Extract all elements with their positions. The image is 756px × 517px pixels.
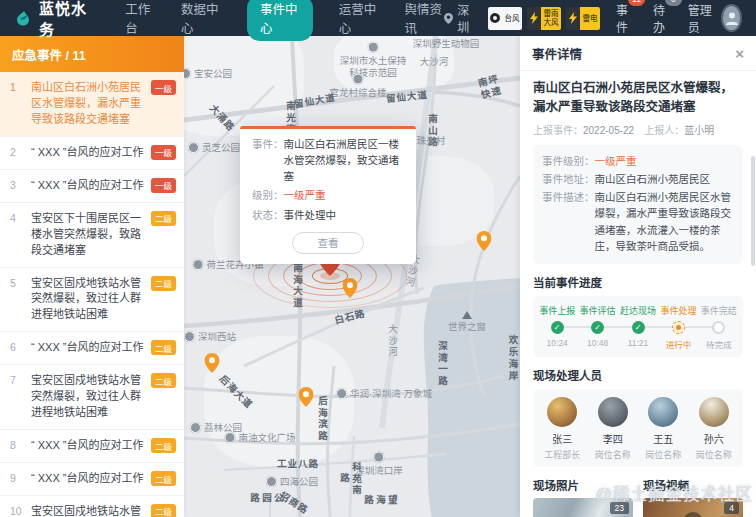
- event-item-number: 10: [10, 504, 25, 517]
- nav-item-3[interactable]: 事件中心: [247, 0, 313, 41]
- map-event-pin-2[interactable]: [343, 278, 358, 302]
- event-level-badge: 二级: [151, 211, 176, 226]
- brand-logo-icon: [14, 9, 32, 27]
- weather-badge-1[interactable]: 台风: [488, 7, 522, 30]
- timeline-step-2: 事件评估✓10:48: [577, 304, 617, 350]
- event-item-title: “ XXX ”台风的应对工作: [31, 340, 145, 356]
- personnel-card-1[interactable]: 张三工程部长: [537, 397, 588, 461]
- timeline-step-1: 事件上报✓10:24: [537, 304, 577, 350]
- event-list-item-8[interactable]: 8“ XXX ”台风的应对工作二级: [0, 430, 184, 463]
- personnel-card-2[interactable]: 李四岗位名称: [588, 397, 639, 461]
- brand-name: 蓝悦水务: [39, 0, 91, 39]
- map-event-pin-3[interactable]: [205, 353, 220, 377]
- personnel-role: 岗位名称: [645, 448, 681, 461]
- event-list-item-1[interactable]: 1南山区白石洲小苑居民区水管爆裂，漏水严重导致该路段交通堵塞一级: [0, 72, 184, 137]
- event-item-number: 5: [10, 276, 25, 324]
- map-event-pin-4[interactable]: [299, 387, 314, 411]
- weather-badge-text: 台风: [504, 14, 520, 23]
- timeline-steps: 事件上报✓10:24事件评估✓10:48赶达现场✓11:21事件处理进行中事件完…: [537, 304, 739, 350]
- map-canvas[interactable]: 深圳野生动物园深圳市水土保持 科技示范园大沙河官龙村综合楼宝安公园留仙大道留仙大…: [184, 36, 520, 517]
- progress-section-title: 当前事件进度: [533, 274, 743, 290]
- event-level-badge: 二级: [151, 373, 176, 388]
- personnel-name: 张三: [552, 431, 572, 446]
- event-level-badge: 二级: [151, 504, 176, 517]
- timeline-step-icon: ✓: [551, 321, 564, 334]
- event-list-item-6[interactable]: 6“ XXX ”台风的应对工作二级: [0, 332, 184, 365]
- scrollbar[interactable]: [751, 156, 755, 266]
- popup-view-button[interactable]: 查看: [292, 232, 364, 254]
- event-item-title: “ XXX ”台风的应对工作: [31, 178, 145, 194]
- city-selector[interactable]: 深圳: [444, 1, 472, 35]
- report-time-label: 上报事件：: [533, 125, 583, 136]
- scene-video-thumbnail[interactable]: 4: [643, 498, 743, 517]
- timeline-step-label: 赶达现场: [620, 304, 656, 317]
- nav-item-5[interactable]: 舆情资讯: [404, 0, 444, 41]
- event-title: 南山区白石洲小苑居民区水管爆裂，漏水严重导致该路段交通堵塞: [533, 79, 743, 117]
- popup-row-value: 南山区白石洲居民区一楼水管突然爆裂，致交通堵塞: [284, 137, 405, 184]
- event-item-title: “ XXX ”台风的应对工作: [31, 145, 145, 161]
- shortcut-count-badge: 11: [628, 0, 645, 6]
- weather-badge-label: 台风: [502, 7, 522, 30]
- weather-badge-3[interactable]: 雷电: [566, 7, 600, 30]
- event-detail-panel: 事件详情 × 南山区白石洲小苑居民区水管爆裂，漏水严重导致该路段交通堵塞 上报事…: [520, 36, 756, 517]
- info-row: 事件地址：南山区白石洲小苑居民区: [542, 171, 734, 187]
- info-row-label: 事件描述：: [542, 189, 595, 254]
- event-level-badge: 一级: [151, 178, 176, 193]
- navbar-right: 深圳 台风雷雨大风雷电 事件11待办0 管理员: [444, 1, 742, 35]
- timeline-step-time: 待完成: [706, 338, 732, 350]
- progress-timeline: 事件上报✓10:24事件评估✓10:48赶达现场✓11:21事件处理进行中事件完…: [533, 296, 743, 357]
- event-list-item-7[interactable]: 7宝安区固戍地铁站水管突然爆裂，致过往人群进程地铁站困难二级: [0, 365, 184, 430]
- detail-header-title: 事件详情: [532, 44, 582, 63]
- report-time-value: 2022-05-22: [583, 125, 634, 136]
- city-label: 深圳: [457, 1, 472, 35]
- user-menu[interactable]: 管理员: [688, 1, 742, 35]
- event-level-badge: 二级: [151, 276, 176, 291]
- nav-shortcut-2[interactable]: 待办0: [653, 1, 672, 35]
- popup-row-value: 事件处理中: [284, 208, 337, 224]
- event-item-number: 6: [10, 340, 25, 356]
- personnel-avatar: [547, 397, 577, 427]
- photos-title: 现场照片: [533, 477, 633, 493]
- popup-row-label: 事件：: [252, 137, 284, 184]
- event-sidebar: 应急事件 / 11 1南山区白石洲小苑居民区水管爆裂，漏水严重导致该路段交通堵塞…: [0, 36, 184, 517]
- scene-photo-thumbnail[interactable]: 23: [533, 498, 633, 517]
- nav-shortcut-1[interactable]: 事件11: [616, 1, 635, 35]
- map-event-pin-1[interactable]: [477, 231, 492, 255]
- event-list-item-2[interactable]: 2“ XXX ”台风的应对工作一级: [0, 137, 184, 170]
- event-list-item-3[interactable]: 3“ XXX ”台风的应对工作一级: [0, 170, 184, 203]
- info-row-value: 南山区白石洲小苑居民区水管爆裂，漏水严重导致该路段交通堵塞，水流灌入一楼的茶庄，…: [595, 189, 735, 254]
- event-list-item-9[interactable]: 9“ XXX ”台风的应对工作二级: [0, 463, 184, 496]
- detail-header: 事件详情 ×: [520, 36, 756, 71]
- brand[interactable]: 蓝悦水务: [14, 0, 91, 39]
- nav-item-1[interactable]: 工作台: [125, 0, 155, 41]
- app-root: 蓝悦水务 工作台数据中心事件中心运营中心舆情资讯 深圳 台风雷雨大风雷电 事件1…: [0, 0, 756, 517]
- event-meta: 上报事件：2022-05-22上报人：蓝小明: [533, 122, 743, 137]
- close-icon[interactable]: ×: [735, 46, 744, 61]
- event-list-item-4[interactable]: 4宝安区下十围居民区一楼水管突然爆裂，致路段交通堵塞二级: [0, 203, 184, 268]
- event-item-number: 9: [10, 471, 25, 487]
- nav-item-4[interactable]: 运营中心: [339, 0, 379, 41]
- personnel-role: 岗位名称: [696, 448, 732, 461]
- timeline-step-label: 事件上报: [539, 304, 575, 317]
- personnel-card-4[interactable]: 孙六岗位名称: [689, 397, 740, 461]
- location-pin-icon: [444, 13, 453, 24]
- personnel-name: 李四: [603, 431, 623, 446]
- timeline-step-time: 10:24: [547, 338, 568, 348]
- event-item-number: 4: [10, 211, 25, 259]
- event-item-title: “ XXX ”台风的应对工作: [31, 471, 145, 487]
- personnel-avatar: [648, 397, 678, 427]
- photo-count-badge: 23: [610, 502, 629, 514]
- timeline-step-icon: ✓: [591, 321, 604, 334]
- sidebar-header: 应急事件 / 11: [0, 36, 184, 72]
- info-row-value: 一级严重: [595, 153, 637, 169]
- personnel-card-3[interactable]: 王五岗位名称: [638, 397, 689, 461]
- timeline-step-time: 10:48: [587, 338, 608, 348]
- event-list-item-5[interactable]: 5宝安区固戍地铁站水管突然爆裂，致过往人群进程地铁站困难二级: [0, 268, 184, 333]
- event-item-title: 南山区白石洲小苑居民区水管爆裂，漏水严重导致该路段交通堵塞: [31, 80, 145, 128]
- event-info-box: 事件级别：一级严重事件地址：南山区白石洲小苑居民区事件描述：南山区白石洲小苑居民…: [533, 145, 743, 265]
- weather-badge-2[interactable]: 雷雨大风: [527, 7, 561, 30]
- timeline-step-label: 事件评估: [580, 304, 616, 317]
- nav-item-2[interactable]: 数据中心: [181, 0, 221, 41]
- personnel-name: 孙六: [704, 431, 724, 446]
- event-list-item-10[interactable]: 10宝安区固戍地铁站水管突然爆裂，致过往人群进程地铁站困难二级: [0, 496, 184, 517]
